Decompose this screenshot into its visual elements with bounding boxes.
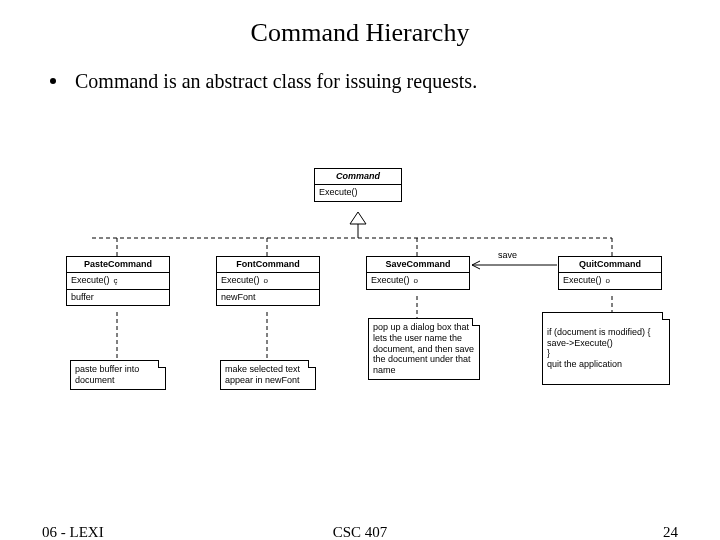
bullet-item: Command is an abstract class for issuing… bbox=[50, 68, 477, 93]
class-save: SaveCommand Execute()o bbox=[366, 256, 470, 290]
footer-center: CSC 407 bbox=[0, 524, 720, 540]
note-quit: if (document is modified) { save->Execut… bbox=[542, 312, 670, 385]
class-name: SaveCommand bbox=[367, 257, 469, 272]
class-quit: QuitCommand Execute()o bbox=[558, 256, 662, 290]
slide: Command Hierarchy Command is an abstract… bbox=[0, 0, 720, 540]
footer-right: 24 bbox=[663, 524, 678, 540]
class-font: FontCommand Execute()o newFont bbox=[216, 256, 320, 306]
note-fold-icon bbox=[308, 360, 316, 368]
bullet-dot-icon bbox=[50, 78, 56, 84]
realization-marker-icon: o bbox=[264, 276, 268, 285]
note-text: if (document is modified) { save->Execut… bbox=[547, 327, 651, 369]
connector-lines bbox=[52, 160, 672, 460]
note-paste: paste buffer into document bbox=[70, 360, 166, 390]
note-font: make selected text appear in newFont bbox=[220, 360, 316, 390]
note-save: pop up a dialog box that lets the user n… bbox=[368, 318, 480, 380]
class-paste: PasteCommand Execute()ç buffer bbox=[66, 256, 170, 306]
class-op: Execute()o bbox=[367, 272, 469, 288]
note-fold-icon bbox=[158, 360, 166, 368]
class-command: Command Execute() bbox=[314, 168, 402, 202]
note-text: pop up a dialog box that lets the user n… bbox=[373, 322, 474, 375]
bullet-text: Command is an abstract class for issuing… bbox=[75, 70, 477, 92]
class-name: QuitCommand bbox=[559, 257, 661, 272]
class-op: Execute()o bbox=[217, 272, 319, 288]
class-name: PasteCommand bbox=[67, 257, 169, 272]
class-attr: newFont bbox=[217, 289, 319, 305]
uml-diagram: Command Execute() PasteCommand Execute()… bbox=[52, 160, 672, 460]
page-title: Command Hierarchy bbox=[0, 18, 720, 48]
note-text: paste buffer into document bbox=[75, 364, 139, 385]
svg-marker-0 bbox=[350, 212, 366, 224]
realization-marker-icon: o bbox=[414, 276, 418, 285]
note-fold-icon bbox=[662, 312, 670, 320]
note-text: make selected text appear in newFont bbox=[225, 364, 300, 385]
class-op: Execute()o bbox=[559, 272, 661, 288]
realization-marker-icon: o bbox=[606, 276, 610, 285]
class-name: FontCommand bbox=[217, 257, 319, 272]
realization-marker-icon: ç bbox=[114, 276, 118, 285]
assoc-label-save: save bbox=[498, 250, 517, 260]
class-op: Execute()ç bbox=[67, 272, 169, 288]
note-fold-icon bbox=[472, 318, 480, 326]
class-name: Command bbox=[315, 169, 401, 184]
class-op: Execute() bbox=[315, 184, 401, 200]
class-attr: buffer bbox=[67, 289, 169, 305]
